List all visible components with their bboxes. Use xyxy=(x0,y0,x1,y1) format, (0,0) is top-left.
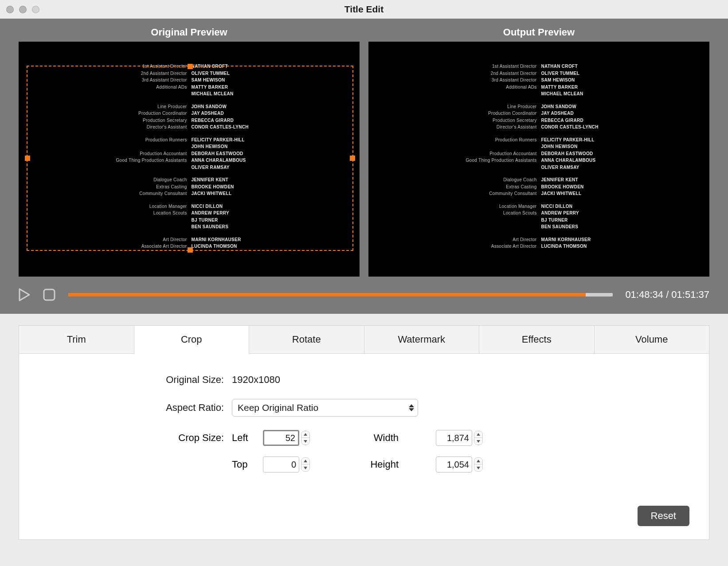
aspect-ratio-value: Keep Original Ratio xyxy=(238,402,318,413)
play-button[interactable] xyxy=(19,288,30,301)
timecode: 01:48:34 / 01:51:37 xyxy=(625,289,709,301)
left-stepper[interactable] xyxy=(301,431,310,445)
minimize-window-button[interactable] xyxy=(19,6,27,13)
timeline-progress xyxy=(68,293,586,297)
tab-watermark[interactable]: Watermark xyxy=(364,326,480,353)
height-label: Height xyxy=(316,459,405,470)
crop-size-label: Crop Size: xyxy=(46,432,232,444)
output-preview: 1st Assistant DirectorNATHAN CROFT2nd As… xyxy=(368,42,709,277)
top-label: Top xyxy=(232,459,263,470)
aspect-ratio-label: Aspect Ratio: xyxy=(46,402,232,414)
tab-volume[interactable]: Volume xyxy=(595,326,709,353)
credits-output: 1st Assistant DirectorNATHAN CROFT2nd As… xyxy=(368,64,709,250)
width-label: Width xyxy=(316,432,405,444)
tab-bar: TrimCropRotateWatermarkEffectsVolume xyxy=(19,325,709,354)
output-preview-label: Output Preview xyxy=(368,27,709,42)
svg-rect-1 xyxy=(44,289,55,300)
original-size-label: Original Size: xyxy=(46,374,232,386)
original-preview[interactable]: 1st Assistant DirectorNATHAN CROFT2nd As… xyxy=(19,42,360,277)
width-stepper[interactable] xyxy=(474,431,483,445)
tab-effects[interactable]: Effects xyxy=(479,326,595,353)
zoom-window-button[interactable] xyxy=(32,6,39,13)
top-stepper[interactable] xyxy=(301,457,310,472)
crop-handle-bottom[interactable] xyxy=(188,247,193,253)
tab-rotate[interactable]: Rotate xyxy=(249,326,364,353)
time-current: 01:48:34 xyxy=(625,289,663,300)
left-label: Left xyxy=(232,432,263,444)
height-stepper[interactable] xyxy=(474,457,483,472)
window-controls xyxy=(0,6,39,13)
crop-handle-right[interactable] xyxy=(350,156,355,161)
original-size-value: 1920x1080 xyxy=(232,374,280,386)
bottom-panel: TrimCropRotateWatermarkEffectsVolume Ori… xyxy=(0,314,728,556)
crop-handle-left[interactable] xyxy=(25,156,30,161)
close-window-button[interactable] xyxy=(6,6,14,13)
tab-crop[interactable]: Crop xyxy=(134,326,250,354)
time-total: 01:51:37 xyxy=(671,289,709,300)
height-input[interactable] xyxy=(436,457,472,472)
chevron-updown-icon xyxy=(409,404,414,411)
top-input[interactable] xyxy=(263,457,299,472)
left-input[interactable] xyxy=(263,430,299,446)
crop-selection[interactable] xyxy=(27,66,353,251)
crop-tab-content: Original Size: 1920x1080 Aspect Ratio: K… xyxy=(19,354,709,540)
crop-handle-top[interactable] xyxy=(188,64,193,69)
reset-button[interactable]: Reset xyxy=(638,506,689,526)
window-title: Title Edit xyxy=(0,4,728,15)
transport-controls: 01:48:34 / 01:51:37 xyxy=(19,277,709,301)
preview-area: Original Preview Output Preview 1st Assi… xyxy=(0,19,728,314)
aspect-ratio-select[interactable]: Keep Original Ratio xyxy=(232,399,418,417)
tab-trim[interactable]: Trim xyxy=(19,326,134,353)
width-input[interactable] xyxy=(436,430,472,446)
titlebar: Title Edit xyxy=(0,0,728,19)
svg-marker-0 xyxy=(20,289,29,301)
original-preview-label: Original Preview xyxy=(19,27,360,42)
timeline-scrubber[interactable] xyxy=(68,293,613,297)
stop-button[interactable] xyxy=(43,288,56,301)
